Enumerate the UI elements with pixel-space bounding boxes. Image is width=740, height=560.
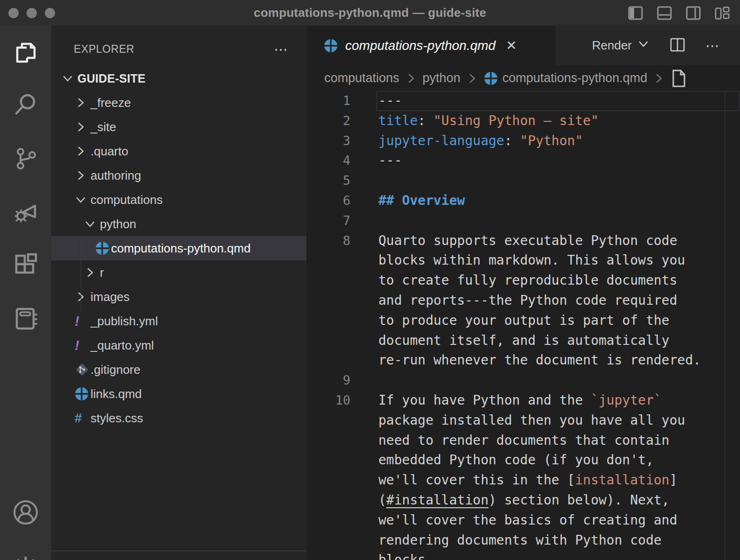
book-icon (13, 306, 38, 333)
workbench: EXPLORER ⋯ GUIDE-SITE_freeze_site.quarto… (0, 26, 740, 560)
code-line[interactable]: 2title: "Using Python — site" (307, 111, 740, 131)
activitybar-account[interactable] (0, 500, 51, 526)
code-editor[interactable]: 1---2title: "Using Python — site"3jupyte… (307, 91, 740, 560)
code-line[interactable]: 5 (307, 171, 740, 191)
breadcrumb-item-computations-python-qmd[interactable]: computations-python.qmd (484, 71, 648, 85)
breadcrumb-item-python[interactable]: python (423, 71, 461, 85)
tree-item-computations[interactable]: computations (51, 188, 307, 212)
customize-layout-icon[interactable] (715, 6, 730, 20)
code-line[interactable]: blocks within markdown. This allows you (307, 251, 740, 271)
code-line[interactable]: embedded Python code (if you don't, (307, 450, 740, 470)
code-line[interactable]: we'll cover this in the [installation] (307, 470, 740, 490)
tree-item--quarto[interactable]: .quarto (51, 139, 307, 163)
split-editor-button[interactable] (670, 38, 685, 54)
tree-item-label: links.qmd (91, 387, 142, 401)
line-number (307, 490, 378, 511)
tree-item-guide-site[interactable]: GUIDE-SITE (51, 66, 307, 91)
line-number: 5 (307, 171, 378, 191)
breadcrumb-label: python (423, 71, 461, 85)
toggle-primary-sidebar-icon[interactable] (628, 6, 643, 20)
activitybar-run-and-debug[interactable] (0, 199, 51, 225)
tab-computations-python[interactable]: computations-python.qmd ✕ (307, 26, 556, 65)
tree-item-label: r (100, 266, 104, 280)
code-line[interactable]: to produce your output is part of the (307, 311, 740, 331)
code-line-text (378, 171, 740, 191)
code-line[interactable]: document itself, and is automatically (307, 331, 740, 351)
toggle-panel-icon[interactable] (657, 6, 672, 20)
line-number (307, 311, 378, 331)
tree-item-label: .quarto (91, 144, 128, 159)
tab-bar: computations-python.qmd ✕ Render ⋯ (307, 26, 740, 65)
toggle-secondary-sidebar-icon[interactable] (686, 6, 701, 20)
chevron-right-icon (75, 169, 91, 182)
code-line[interactable]: need to render documents that contain (307, 431, 740, 451)
line-number (307, 511, 378, 531)
tree-item-label: _site (91, 120, 116, 134)
activitybar-settings[interactable] (0, 556, 51, 560)
tree-item-r[interactable]: r (51, 260, 307, 285)
render-button[interactable]: Render (592, 38, 649, 53)
tree-item-styles-css[interactable]: #styles.css (51, 406, 307, 430)
tree-item--quarto-yml[interactable]: !_quarto.yml (51, 333, 307, 357)
code-line-text: --- (378, 151, 740, 171)
code-line[interactable]: package installed then you have all you (307, 411, 740, 431)
code-line[interactable]: 10If you have Python and the `jupyter` (307, 391, 740, 411)
code-line[interactable]: to create fully reproducible documents (307, 271, 740, 291)
activitybar-search[interactable] (0, 92, 51, 118)
line-number: 6 (307, 191, 378, 211)
chevron-down-icon (84, 218, 100, 230)
tab-close-icon[interactable]: ✕ (506, 38, 517, 53)
code-line[interactable]: 7 (307, 211, 740, 231)
breadcrumb-separator-icon (653, 72, 665, 84)
code-line-text: rendering documents with Python code (378, 531, 740, 551)
search-icon (14, 92, 38, 118)
code-line-text: package installed then you have all you (378, 411, 740, 431)
line-number (307, 291, 378, 311)
code-line-text: we'll cover the basics of creating and (378, 511, 740, 531)
code-line[interactable]: we'll cover the basics of creating and (307, 511, 740, 531)
account-icon (13, 499, 39, 527)
tree-item--gitignore[interactable]: .gitignore (51, 357, 307, 382)
code-line-text: blocks within markdown. This allows you (378, 251, 740, 271)
activitybar-source-control[interactable] (0, 147, 51, 173)
code-line[interactable]: and reports---the Python code required (307, 291, 740, 311)
chevron-right-icon (75, 291, 91, 303)
tree-item-images[interactable]: images (51, 285, 307, 309)
code-line-text: to produce your output is part of the (378, 311, 740, 331)
breadcrumb-item-computations[interactable]: computations (324, 71, 399, 85)
quarto-icon (75, 387, 91, 401)
code-line[interactable]: 8Quarto supports executable Python code (307, 231, 740, 251)
activitybar-extensions[interactable] (0, 253, 51, 279)
tree-item-label: python (100, 217, 136, 231)
tree-item-computations-python-qmd[interactable]: computations-python.qmd (51, 236, 307, 260)
breadcrumb-label: computations (324, 71, 399, 85)
code-line[interactable]: (#installation) section below). Next, (307, 490, 740, 511)
tree-item-links-qmd[interactable]: links.qmd (51, 382, 307, 406)
code-line[interactable]: rendering documents with Python code (307, 531, 740, 551)
tree-item--site[interactable]: _site (51, 115, 307, 139)
code-line[interactable]: blocks (307, 550, 740, 560)
activitybar-notebook[interactable] (0, 307, 51, 333)
tree-item-label: _publish.yml (91, 314, 158, 329)
code-line[interactable]: 3jupyter-language: "Python" (307, 131, 740, 151)
code-line[interactable]: 4--- (307, 151, 740, 171)
sidebar-more-actions-button[interactable]: ⋯ (274, 39, 289, 59)
outline-section-header[interactable]: OUTLINE (51, 555, 127, 560)
extensions-icon (13, 252, 38, 280)
breadcrumb-separator-icon (466, 72, 478, 84)
breadcrumb-item-file[interactable] (670, 69, 687, 88)
code-line[interactable]: 6## Overview (307, 191, 740, 211)
line-number (307, 411, 378, 431)
tree-item--publish-yml[interactable]: !_publish.yml (51, 309, 307, 333)
tree-item-python[interactable]: python (51, 212, 307, 236)
code-line[interactable]: 1--- (307, 91, 740, 111)
tree-item--freeze[interactable]: _freeze (51, 91, 307, 115)
code-line[interactable]: re-run whenever the document is rendered… (307, 350, 740, 371)
tree-item-authoring[interactable]: authoring (51, 163, 307, 188)
activitybar-explorer[interactable] (0, 41, 51, 67)
editor-more-actions-button[interactable]: ⋯ (705, 37, 720, 54)
line-number (307, 251, 378, 271)
code-line[interactable]: 9 (307, 371, 740, 391)
line-number: 8 (307, 231, 378, 251)
code-line-text: document itself, and is automatically (378, 331, 740, 351)
